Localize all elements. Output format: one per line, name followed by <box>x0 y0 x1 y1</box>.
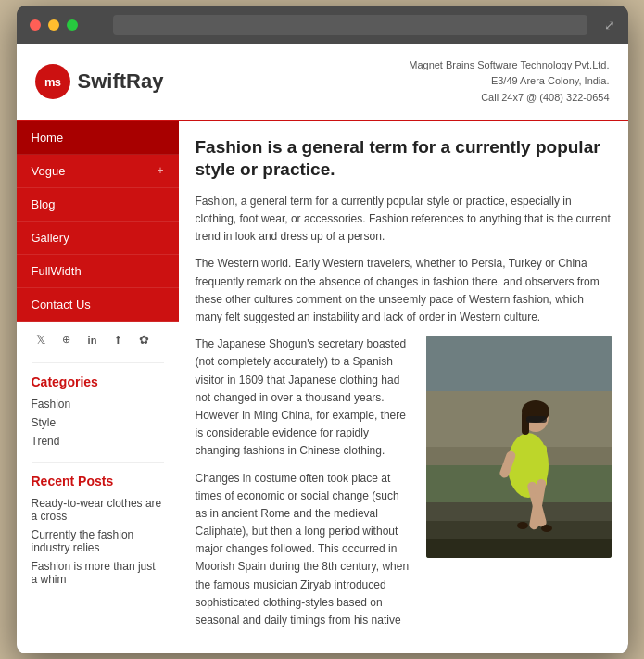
header-contact: Magnet Brains Software Technology Pvt.Lt… <box>409 57 609 107</box>
category-style[interactable]: Style <box>32 413 164 432</box>
svg-rect-4 <box>426 502 612 521</box>
article-para2: The Japanese Shogun's secretary boasted … <box>196 336 413 460</box>
facebook-icon[interactable]: f <box>109 331 128 349</box>
expand-icon[interactable]: ⤢ <box>604 18 615 32</box>
minimize-button[interactable] <box>48 19 59 31</box>
svg-point-16 <box>541 525 552 532</box>
sidebar-nav: Home Vogue + Blog Gallery FullWidth <box>17 121 179 322</box>
article-para1: The Western world. Early Western travele… <box>196 255 612 326</box>
maximize-button[interactable] <box>67 19 78 31</box>
article-image <box>426 336 612 558</box>
browser-window: ⤢ ms SwiftRay Magnet Brains Software Tec… <box>17 6 628 653</box>
recent-post-2[interactable]: Currently the fashion industry relies <box>32 526 164 557</box>
vogue-plus-icon: + <box>157 164 163 177</box>
browser-content: ms SwiftRay Magnet Brains Software Techn… <box>17 44 628 653</box>
category-trend[interactable]: Trend <box>32 432 164 450</box>
sidebar-social: 𝕏 ⊕ in f ✿ <box>17 322 179 359</box>
logo-name: SwiftRay <box>78 70 164 94</box>
sidebar-item-vogue[interactable]: Vogue + <box>17 155 179 188</box>
rss-icon[interactable]: ⊕ <box>57 331 76 349</box>
twitter-icon[interactable]: 𝕏 <box>32 331 50 349</box>
recent-posts-section: Recent Posts Ready-to-wear clothes are a… <box>17 466 179 596</box>
contact-line1: Magnet Brains Software Technology Pvt.Lt… <box>409 57 609 74</box>
sidebar-item-gallery[interactable]: Gallery <box>17 222 179 255</box>
article-intro: Fashion, a general term for a currently … <box>196 193 612 247</box>
recent-post-1[interactable]: Ready-to-wear clothes are a cross <box>32 494 164 526</box>
logo-circle: ms <box>35 64 70 99</box>
recent-post-3[interactable]: Fashion is more than just a whim <box>32 557 164 589</box>
linkedin-icon[interactable]: in <box>83 331 102 349</box>
site-header: ms SwiftRay Magnet Brains Software Techn… <box>17 44 628 121</box>
svg-rect-11 <box>526 416 547 423</box>
article-title: Fashion is a general term for a currentl… <box>196 136 612 182</box>
logo-initials: ms <box>44 75 60 89</box>
close-button[interactable] <box>30 19 41 31</box>
contact-line3: Call 24x7 @ (408) 322-0654 <box>409 90 609 107</box>
sidebar-item-fullwidth[interactable]: FullWidth <box>17 255 179 288</box>
svg-rect-6 <box>426 539 612 558</box>
svg-point-15 <box>517 522 528 529</box>
svg-rect-3 <box>426 336 612 391</box>
main-layout: Home Vogue + Blog Gallery FullWidth <box>17 121 628 654</box>
sidebar: Home Vogue + Blog Gallery FullWidth <box>17 121 179 654</box>
pinterest-icon[interactable]: ✿ <box>135 331 154 349</box>
category-fashion[interactable]: Fashion <box>32 395 164 413</box>
sidebar-item-blog[interactable]: Blog <box>17 188 179 222</box>
url-bar[interactable] <box>113 15 587 35</box>
recent-posts-title: Recent Posts <box>32 474 164 488</box>
main-content: Fashion is a general term for a currentl… <box>179 121 628 654</box>
browser-titlebar: ⤢ <box>17 6 628 44</box>
categories-section: Categories Fashion Style Trend <box>17 367 179 458</box>
contact-line2: E3/49 Arera Colony, India. <box>409 73 609 90</box>
article-text-column: The Japanese Shogun's secretary boasted … <box>196 336 413 639</box>
svg-rect-10 <box>522 412 529 435</box>
article-with-image: The Japanese Shogun's secretary boasted … <box>196 336 612 639</box>
divider1 <box>32 362 164 363</box>
sidebar-item-home[interactable]: Home <box>17 121 179 155</box>
article-para3: Changes in costume often took place at t… <box>196 470 413 630</box>
divider2 <box>32 462 164 463</box>
categories-title: Categories <box>32 374 164 389</box>
sidebar-item-contact[interactable]: Contact Us <box>17 288 179 322</box>
fashion-image-svg <box>426 336 612 558</box>
logo-area: ms SwiftRay <box>35 64 164 99</box>
article-image-column <box>426 336 612 639</box>
